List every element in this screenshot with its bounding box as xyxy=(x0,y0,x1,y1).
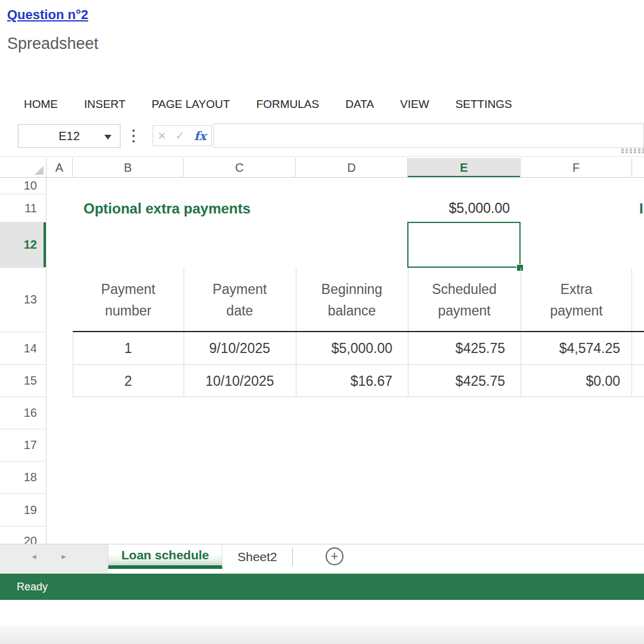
selected-cell-e12[interactable] xyxy=(407,222,521,268)
row-header-13[interactable]: 13 xyxy=(0,268,47,332)
formula-bar-divider xyxy=(0,156,644,157)
menu-formulas[interactable]: FORMULAS xyxy=(256,98,320,111)
status-ready-label: Ready xyxy=(17,581,48,593)
sheet-tab-loan-schedule[interactable]: Loan schedule xyxy=(108,545,222,569)
menu-view[interactable]: VIEW xyxy=(400,98,429,111)
row-header-19[interactable]: 19 xyxy=(0,494,47,527)
row-header-18[interactable]: 18 xyxy=(0,462,47,494)
cell-d13-header[interactable]: Beginning balance xyxy=(296,268,408,332)
column-header-g-partial[interactable] xyxy=(632,158,644,178)
table-border xyxy=(408,268,408,397)
menu-data[interactable]: DATA xyxy=(345,98,374,111)
cell-c15[interactable]: 10/10/2025 xyxy=(184,365,296,397)
column-header-e-selected[interactable]: E xyxy=(408,158,521,178)
row-header-12-label: 12 xyxy=(24,238,37,252)
cell-b15[interactable]: 2 xyxy=(73,365,184,397)
cancel-icon[interactable]: × xyxy=(158,129,166,143)
column-header-d[interactable]: D xyxy=(296,158,408,178)
table-header-bottom-border xyxy=(73,331,644,332)
cell-b11-section-label[interactable]: Optional extra payments xyxy=(73,194,335,222)
confirm-icon[interactable]: ✓ xyxy=(175,130,185,141)
row-header-20-clipped[interactable]: 20 xyxy=(0,527,47,544)
cell-e14[interactable]: $425.75 xyxy=(408,332,521,365)
cell-d15[interactable]: $16.67 xyxy=(296,365,408,397)
table-border xyxy=(296,268,296,397)
column-header-e-label: E xyxy=(460,161,467,175)
table-border xyxy=(184,268,184,397)
cell-d14[interactable]: $5,000.00 xyxy=(296,332,408,365)
row-header-15[interactable]: 15 xyxy=(0,365,47,397)
formula-actions: × ✓ fx xyxy=(153,125,212,146)
cell-f13-header[interactable]: Extra payment xyxy=(521,268,632,332)
table-border xyxy=(631,268,632,397)
ribbon-menu: HOME INSERT PAGE LAYOUT FORMULAS DATA VI… xyxy=(24,98,512,111)
page-subtitle: Spreadsheet xyxy=(7,35,98,53)
menu-insert[interactable]: INSERT xyxy=(84,98,125,111)
formula-input[interactable] xyxy=(213,123,644,148)
cell-e15[interactable]: $425.75 xyxy=(408,365,521,397)
name-box-value: E12 xyxy=(58,129,80,143)
cell-c13-header[interactable]: Payment date xyxy=(184,268,296,332)
cell-b13-header[interactable]: Payment number xyxy=(73,268,184,332)
select-all-triangle-icon xyxy=(35,166,44,175)
row-header-16[interactable]: 16 xyxy=(0,397,47,429)
header-beginning-balance: Beginning balance xyxy=(315,278,388,321)
cell-e13-header[interactable]: Scheduled payment xyxy=(408,268,521,332)
row-header-14[interactable]: 14 xyxy=(0,332,47,365)
tab-scroll-left-icon[interactable]: ◂ xyxy=(27,550,41,563)
question-link[interactable]: Question n°2 xyxy=(7,7,88,23)
header-extra-payment: Extra payment xyxy=(540,278,613,321)
cell-f15[interactable]: $0.00 xyxy=(521,365,632,397)
formula-bar-resize-handle[interactable] xyxy=(621,148,644,154)
cell-e11-extra-payments-value[interactable]: $5,000.00 xyxy=(408,194,521,222)
column-header-b[interactable]: B xyxy=(73,158,184,178)
header-payment-number: Payment number xyxy=(92,278,165,321)
tab-bar-left-area xyxy=(0,544,108,574)
row-header-11[interactable]: 11 xyxy=(0,194,47,222)
row-header-17[interactable]: 17 xyxy=(0,429,47,462)
row-header-10[interactable]: 10 xyxy=(0,178,47,194)
menu-page-layout[interactable]: PAGE LAYOUT xyxy=(151,98,230,111)
name-box[interactable]: E12 xyxy=(18,124,120,148)
column-header-f[interactable]: F xyxy=(521,158,632,178)
menu-home[interactable]: HOME xyxy=(24,98,58,111)
row-header-12-selected[interactable]: 12 xyxy=(0,222,47,268)
name-box-dropdown-icon[interactable] xyxy=(104,135,112,140)
cell-b14[interactable]: 1 xyxy=(73,332,184,365)
table-border xyxy=(73,364,644,365)
tab-separator xyxy=(292,548,293,566)
header-payment-date: Payment date xyxy=(203,278,276,321)
screen: Question n°2 Spreadsheet HOME INSERT PAG… xyxy=(0,0,644,644)
select-all-button[interactable] xyxy=(0,158,47,178)
menu-settings[interactable]: SETTINGS xyxy=(456,98,512,111)
sheet-tab-bar: ◂ ▸ Loan schedule Sheet2 + xyxy=(0,544,644,574)
sheet-tab-sheet2[interactable]: Sheet2 xyxy=(222,545,292,569)
table-border xyxy=(521,268,521,397)
tab-scroll-right-icon[interactable]: ▸ xyxy=(57,550,70,563)
column-header-c[interactable]: C xyxy=(184,158,296,178)
cell-c14[interactable]: 9/10/2025 xyxy=(184,332,296,365)
column-header-bottom-border xyxy=(0,177,644,178)
header-scheduled-payment: Scheduled payment xyxy=(428,278,501,321)
cell-f14[interactable]: $4,574.25 xyxy=(521,332,632,365)
insert-function-icon[interactable]: fx xyxy=(194,129,207,143)
column-header-a[interactable]: A xyxy=(47,158,73,178)
add-sheet-icon[interactable]: + xyxy=(326,547,343,565)
row-header-right-border xyxy=(46,178,47,544)
cell-g11-clipped-text[interactable]: I xyxy=(639,194,644,222)
more-options-icon[interactable] xyxy=(132,129,135,143)
status-bar: Ready xyxy=(0,574,644,600)
table-border xyxy=(73,397,644,397)
bottom-edge-strip xyxy=(0,626,644,644)
